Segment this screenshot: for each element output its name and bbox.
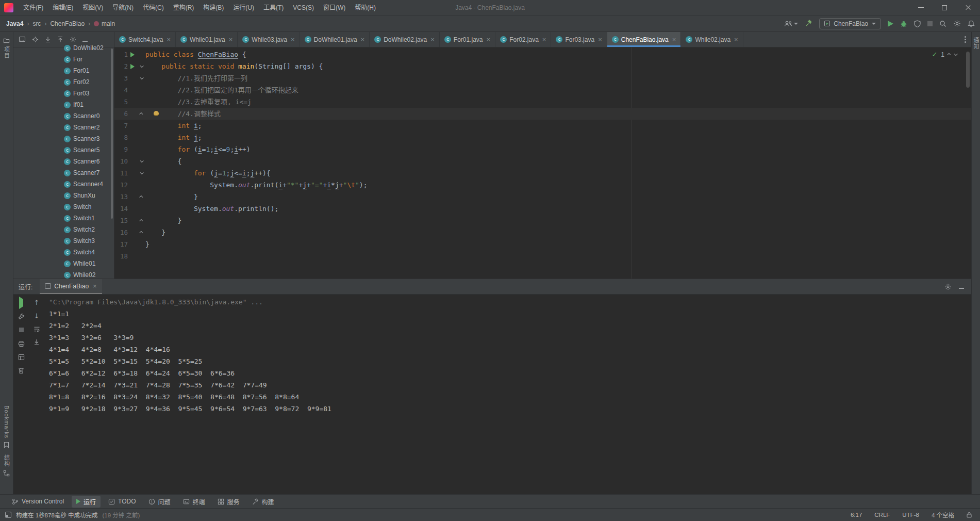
tab-close-icon[interactable]: ×: [361, 36, 365, 43]
hide-panel-icon[interactable]: [959, 283, 964, 290]
print-icon[interactable]: [18, 340, 25, 347]
tree-item[interactable]: cSwitch1: [13, 213, 114, 224]
code-line[interactable]: 10 {: [114, 155, 971, 167]
code-line[interactable]: 15 }: [114, 215, 971, 226]
toolwindow-stripe-notifications[interactable]: 通知: [972, 37, 980, 50]
notifications-bell-icon[interactable]: [968, 20, 975, 27]
console-output[interactable]: "C:\Program Files\Java\jdk1.8.0_333\bin\…: [44, 295, 971, 494]
tree-item[interactable]: cFor: [13, 54, 114, 65]
tree-item[interactable]: cIf01: [13, 99, 114, 110]
fold-icon[interactable]: [140, 64, 143, 68]
debug-button[interactable]: [900, 20, 907, 27]
up-arrow-icon[interactable]: ↑: [34, 299, 40, 306]
tree-item[interactable]: cScanner6: [13, 156, 114, 167]
tree-item[interactable]: cScanner2: [13, 122, 114, 133]
tree-item[interactable]: cWhile02: [13, 269, 114, 279]
fold-end-icon[interactable]: [139, 112, 143, 116]
code-line[interactable]: 2 public static void main(String[] args)…: [114, 60, 971, 72]
breadcrumb-item[interactable]: main: [94, 20, 115, 27]
code-line[interactable]: 13 }: [114, 191, 971, 203]
fold-end-icon[interactable]: [139, 196, 143, 199]
tab-close-icon[interactable]: ×: [542, 36, 546, 43]
stop-button[interactable]: [927, 21, 933, 26]
tab-close-icon[interactable]: ×: [430, 36, 435, 43]
run-console-tab[interactable]: ChenFaBiao ×: [40, 279, 102, 294]
tab-close-icon[interactable]: ×: [487, 36, 491, 43]
clear-all-icon[interactable]: [18, 367, 24, 374]
tree-item[interactable]: cScanner0: [13, 110, 114, 122]
menu-item[interactable]: 窗口(W): [319, 0, 350, 15]
tree-scrollbar[interactable]: [111, 48, 113, 219]
fold-icon[interactable]: [140, 171, 143, 174]
editor-tab[interactable]: cWhile01.java×: [176, 32, 238, 47]
tree-item[interactable]: cSwitch3: [13, 235, 114, 247]
menu-item[interactable]: 工具(T): [259, 0, 288, 15]
menu-item[interactable]: 运行(U): [228, 0, 259, 15]
code-line[interactable]: 14 System.out.println();: [114, 203, 971, 215]
breadcrumb-item[interactable]: ChenFaBiao: [50, 20, 85, 27]
editor-tab[interactable]: cWhile03.java×: [238, 32, 300, 47]
toolwindow-stripe-bookmarks[interactable]: Bookmarks: [4, 405, 10, 448]
editor-tab[interactable]: cSwitch4.java×: [114, 32, 176, 47]
code-line[interactable]: 7 int i;: [114, 120, 971, 132]
code-line[interactable]: 5 //3.去掉重复项, i<=j: [114, 96, 971, 108]
down-arrow-icon[interactable]: ↓: [34, 313, 40, 319]
run-gutter-icon[interactable]: [130, 52, 135, 57]
chevron-up-icon[interactable]: [947, 53, 951, 57]
code-line[interactable]: 4 //2.我们把固定的1再用一个循环抱起来: [114, 84, 971, 96]
menu-item[interactable]: 构建(B): [198, 0, 228, 15]
breadcrumb-item[interactable]: src: [32, 20, 41, 27]
readonly-lock-icon[interactable]: [967, 512, 972, 518]
menu-item[interactable]: 文件(F): [19, 0, 48, 15]
editor-tab[interactable]: cFor02.java×: [495, 32, 551, 47]
tab-close-icon[interactable]: ×: [291, 36, 295, 43]
soft-wrap-icon[interactable]: [34, 326, 40, 332]
tab-close-icon[interactable]: ×: [93, 282, 97, 290]
fold-end-icon[interactable]: [139, 231, 143, 235]
code-line[interactable]: 3 //1.我们先打印第一列: [114, 72, 971, 84]
code-line[interactable]: 1public class ChenFaBiao {: [114, 48, 971, 60]
code-line[interactable]: 11 for (j=1;j<=i;j++){: [114, 167, 971, 179]
tab-close-icon[interactable]: ×: [167, 36, 171, 43]
toolwindow-button-build[interactable]: 构建: [247, 496, 279, 508]
breadcrumb-item[interactable]: Java4: [6, 20, 23, 27]
tab-close-icon[interactable]: ×: [734, 36, 738, 43]
code-line[interactable]: 17}: [114, 238, 971, 250]
toolwindow-button-run[interactable]: 运行: [72, 496, 101, 508]
stop-button[interactable]: [19, 327, 24, 334]
more-tabs-icon[interactable]: [965, 36, 966, 43]
toolwindow-button-version-control[interactable]: Version Control: [7, 496, 69, 507]
tree-item[interactable]: cDoWhile02: [13, 42, 114, 54]
tree-item[interactable]: cSwitch2: [13, 224, 114, 235]
tree-item[interactable]: cFor01: [13, 65, 114, 76]
tree-item[interactable]: cScanner3: [13, 133, 114, 144]
toolwindow-button-todo[interactable]: TODO: [104, 496, 140, 507]
menu-item[interactable]: 编辑(E): [48, 0, 78, 15]
editor-tab[interactable]: cDoWhile01.java×: [300, 32, 370, 47]
editor-tab[interactable]: cFor03.java×: [551, 32, 607, 47]
toolwindow-stripe-project[interactable]: 项目: [3, 37, 11, 59]
editor-tab[interactable]: cFor01.java×: [440, 32, 495, 47]
rerun-button[interactable]: [19, 299, 23, 306]
coverage-shield-icon[interactable]: [914, 20, 921, 27]
tree-item[interactable]: cScanner7: [13, 167, 114, 178]
tree-item[interactable]: cFor02: [13, 76, 114, 88]
code-with-me-users-icon[interactable]: [784, 20, 798, 27]
settings-gear-icon[interactable]: [953, 20, 961, 27]
tree-item[interactable]: cScannner4: [13, 178, 114, 190]
code-line[interactable]: 18: [114, 250, 971, 262]
toolwindow-stripe-structure[interactable]: 结构: [3, 454, 11, 477]
wrench-icon[interactable]: [18, 313, 25, 320]
code-line[interactable]: 16 }: [114, 226, 971, 238]
run-button[interactable]: [888, 21, 893, 27]
maximize-button[interactable]: [933, 0, 956, 15]
menu-item[interactable]: 导航(N): [108, 0, 138, 15]
gear-icon[interactable]: [944, 283, 952, 290]
editor-tab[interactable]: cDoWhile02.java×: [370, 32, 440, 47]
code-editor[interactable]: 1public class ChenFaBiao {2 public stati…: [114, 47, 971, 279]
intention-bulb-icon[interactable]: [154, 111, 159, 116]
fold-icon[interactable]: [140, 76, 143, 79]
tab-close-icon[interactable]: ×: [598, 36, 602, 43]
minimize-button[interactable]: [909, 0, 933, 15]
menu-item[interactable]: 重构(R): [169, 0, 199, 15]
